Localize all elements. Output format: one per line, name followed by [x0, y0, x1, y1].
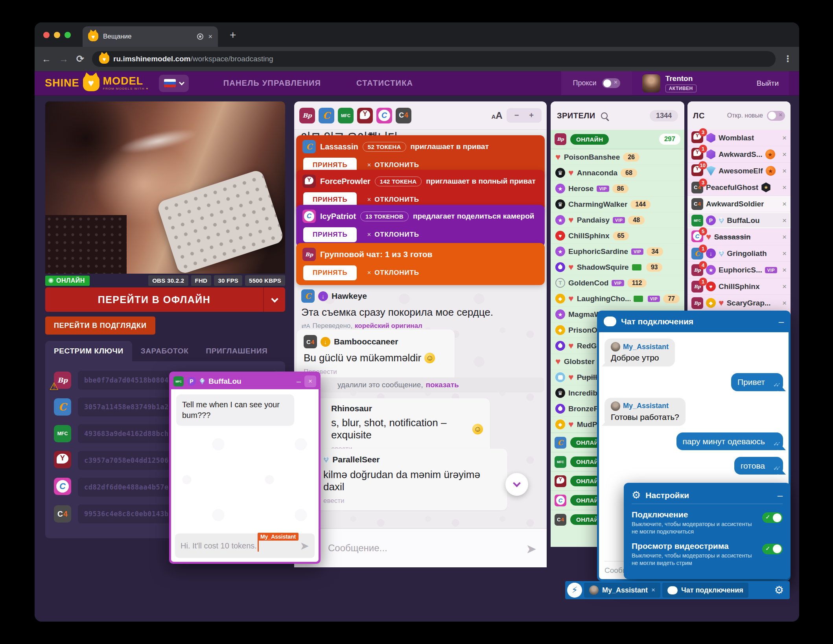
show-deleted-link[interactable]: показать: [426, 381, 459, 389]
nav-statistics[interactable]: СТАТИСТИКА: [356, 79, 413, 88]
close-icon[interactable]: ×: [782, 233, 787, 241]
close-icon[interactable]: ×: [304, 375, 316, 387]
browser-menu-icon[interactable]: ⋮: [783, 54, 792, 64]
shine-model-logo[interactable]: SHINE ♥ MODEL FROM MODELS WITH ♥: [45, 75, 149, 91]
viewer-row[interactable]: Annaconda68: [551, 165, 684, 181]
dm-row[interactable]: BuffaLou×: [687, 212, 791, 229]
go-peek-mode-button[interactable]: ПЕРЕЙТИ В ПОДГЛЯДКИ: [45, 316, 155, 335]
viewer-row[interactable]: PandaisyVIP48: [551, 212, 684, 228]
dm-row[interactable]: ScaryGrap...×: [687, 295, 791, 311]
open-new-toggle[interactable]: [767, 111, 785, 121]
go-offline-button[interactable]: ПЕРЕЙТИ В ОФЛАЙН: [45, 287, 285, 312]
send-icon[interactable]: ➤: [526, 541, 536, 556]
viewer-row[interactable]: EuphoricSardineVIP34: [551, 244, 684, 259]
tab-invitations[interactable]: ПРИГЛАШЕНИЯ: [197, 341, 276, 361]
logout-button[interactable]: Выйти: [757, 79, 779, 88]
close-icon[interactable]: ×: [782, 183, 787, 192]
message-username[interactable]: Rhinosaur: [331, 404, 372, 413]
dm-row[interactable]: 1AwkwardS...×: [687, 146, 791, 163]
close-icon[interactable]: ×: [782, 200, 787, 208]
close-icon[interactable]: ×: [782, 216, 787, 225]
viewer-row[interactable]: PoisonBanshee26: [551, 149, 684, 165]
viewer-row[interactable]: CharmingWalker144: [551, 197, 684, 212]
search-icon[interactable]: [601, 112, 608, 119]
url-bar[interactable]: ♥ ru.imshinemodel.com/workspace/broadcas…: [92, 51, 776, 67]
dm-row[interactable]: AwkwardSoldier×: [687, 196, 791, 212]
reload-button[interactable]: ⟳: [76, 53, 84, 64]
minimize-window-button[interactable]: [54, 32, 60, 38]
close-icon[interactable]: ×: [782, 167, 787, 175]
close-icon[interactable]: ×: [651, 586, 655, 594]
dm-row[interactable]: 1Gringoliath×: [687, 245, 791, 262]
taskbar-connection-chat-tab[interactable]: Чат подключения: [662, 583, 748, 598]
original-language-link[interactable]: корейский оригинал: [355, 322, 422, 330]
viewer-row[interactable]: ChillSphinx65: [551, 228, 684, 244]
translate-link[interactable]: евести: [323, 497, 500, 505]
stream-view-toggle[interactable]: [762, 544, 783, 554]
proxy-toggle[interactable]: [602, 78, 620, 88]
browser-tab[interactable]: ♥ Вещание ×: [83, 26, 218, 47]
forward-button[interactable]: →: [59, 53, 68, 64]
close-icon[interactable]: ×: [782, 134, 787, 142]
translate-link[interactable]: Перевести: [304, 368, 448, 376]
viewer-row[interactable]: GoldenCodVIP112: [551, 275, 684, 291]
viewer-row[interactable]: HeroseVIP86: [551, 181, 684, 197]
font-decrease-button[interactable]: −: [514, 111, 519, 120]
dm-message-input[interactable]: Hi. It'll cost 10 tokens.My_Assistant ➤: [175, 534, 315, 558]
tab-restream-keys[interactable]: РЕСТРИМ КЛЮЧИ: [45, 341, 132, 361]
message-username[interactable]: ParallelSeer: [332, 455, 380, 464]
minimize-icon[interactable]: –: [297, 377, 301, 386]
tab-earnings[interactable]: ЗАРАБОТОК: [132, 341, 197, 361]
stripchat-icon[interactable]: [357, 108, 373, 123]
settings-titlebar[interactable]: ⚙ Настройки –: [632, 487, 783, 504]
dm-window-titlebar[interactable]: BuffaLou – ×: [171, 374, 319, 389]
message-username[interactable]: Hawkeye: [332, 291, 367, 301]
viewer-row[interactable]: LaughingCho...VIP77: [551, 291, 684, 307]
window-controls[interactable]: [43, 32, 71, 38]
connection-chat-titlebar[interactable]: Чат подключения –: [599, 311, 789, 332]
platform-section-header[interactable]: ОНЛАЙН 297: [551, 130, 684, 149]
scroll-to-bottom-button[interactable]: [505, 473, 528, 496]
dm-row[interactable]: 3Womblast×: [687, 130, 791, 146]
message-input[interactable]: [294, 529, 547, 567]
close-icon[interactable]: ×: [782, 150, 787, 159]
send-icon[interactable]: ➤: [300, 539, 309, 552]
offline-dropdown-button[interactable]: [263, 287, 285, 312]
back-button[interactable]: ←: [42, 53, 51, 64]
bluec-icon[interactable]: [319, 108, 334, 123]
accept-button[interactable]: ПРИНЯТЬ: [303, 227, 357, 242]
close-icon[interactable]: ×: [782, 299, 787, 307]
taskbar-assistant-tab[interactable]: My_Assistant ×: [584, 583, 660, 598]
close-icon[interactable]: ×: [782, 282, 787, 291]
nav-control-panel[interactable]: ПАНЕЛЬ УПРАВЛЕНИЯ: [223, 79, 321, 88]
connection-toggle[interactable]: [762, 512, 783, 523]
chaturbate-icon[interactable]: [376, 108, 392, 123]
taskbar-gear-icon[interactable]: ⚙: [770, 584, 788, 596]
message-username[interactable]: Bambooccaneer: [334, 337, 398, 346]
close-icon[interactable]: ×: [782, 249, 787, 258]
dm-row[interactable]: 10AwesomeElf×: [687, 163, 791, 179]
viewer-row[interactable]: ShadowSquire93: [551, 259, 684, 275]
decline-button[interactable]: ×ОТКЛОНИТЬ: [367, 231, 419, 239]
accept-button[interactable]: ПРИНЯТЬ: [303, 265, 357, 280]
decline-button[interactable]: ×ОТКЛОНИТЬ: [367, 196, 419, 204]
dm-row[interactable]: 1ChillSphinx×: [687, 278, 791, 295]
dm-row[interactable]: 4EuphoricS...VIP×: [687, 262, 791, 278]
language-selector[interactable]: [159, 75, 189, 92]
dm-row[interactable]: 5Sassassin×: [687, 229, 791, 245]
tab-close-icon[interactable]: ×: [208, 33, 212, 41]
cam4-icon[interactable]: [396, 108, 411, 123]
decline-button[interactable]: ×ОТКЛОНИТЬ: [367, 161, 419, 169]
new-tab-button[interactable]: +: [230, 29, 236, 41]
close-icon[interactable]: ×: [782, 266, 787, 274]
mfc-icon[interactable]: [338, 108, 354, 123]
lightning-icon[interactable]: ⚡: [567, 583, 582, 598]
dm-row[interactable]: 3PeacefulGhost×: [687, 179, 791, 196]
bonga-icon[interactable]: [299, 108, 315, 123]
maximize-window-button[interactable]: [65, 32, 71, 38]
assistant-cursor-label: My_Assistant: [258, 533, 299, 541]
decline-button[interactable]: ×ОТКЛОНИТЬ: [367, 269, 419, 277]
close-window-button[interactable]: [43, 32, 50, 38]
font-increase-button[interactable]: +: [529, 111, 534, 120]
user-avatar[interactable]: [642, 74, 660, 92]
